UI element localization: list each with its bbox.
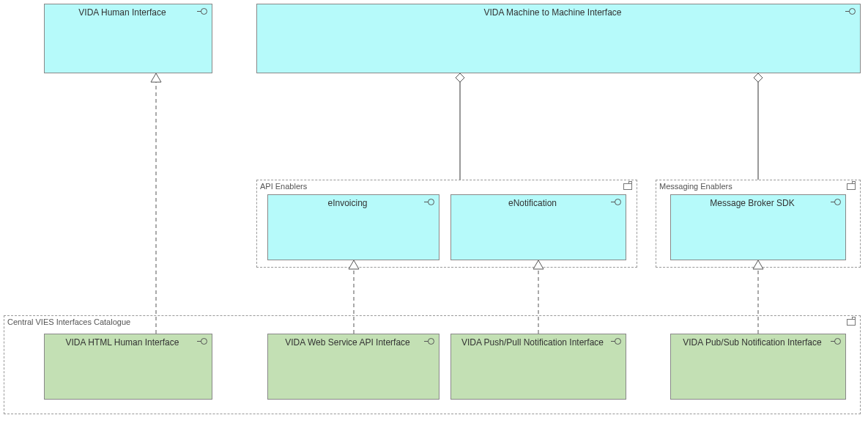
box-label: eInvoicing [272,198,423,208]
diagram-canvas: VIDA Human Interface VIDA Machine to Mac… [0,0,868,426]
box-label: eNotification [456,198,609,208]
interface-icon [611,338,621,345]
interface-icon [831,338,841,345]
interface-icon [424,199,434,206]
box-vida-html-human: VIDA HTML Human Interface [44,334,212,400]
box-vida-ws-api: VIDA Web Service API Interface [267,334,439,400]
box-einvoicing: eInvoicing [267,194,439,260]
box-label: VIDA Push/Pull Notification Interface [456,337,609,348]
interface-icon [611,199,621,206]
box-vida-pubsub: VIDA Pub/Sub Notification Interface [670,334,846,400]
box-label: VIDA Web Service API Interface [272,337,423,348]
group-label: API Enablers [260,182,622,191]
box-label: VIDA Pub/Sub Notification Interface [675,337,829,348]
interface-icon [197,338,207,345]
group-label: Messaging Enablers [659,182,845,191]
box-label: VIDA HTML Human Interface [49,337,196,348]
box-label: VIDA Human Interface [49,7,196,18]
folder-icon [623,183,632,190]
interface-icon [424,338,434,345]
group-label: Central VIES Interfaces Catalogue [7,317,845,326]
folder-icon [847,183,856,190]
box-label: Message Broker SDK [675,198,829,208]
interface-icon [197,8,207,15]
box-message-broker: Message Broker SDK [670,194,846,260]
box-enotification: eNotification [450,194,626,260]
box-vida-m2m-interface: VIDA Machine to Machine Interface [256,4,861,73]
folder-icon [847,319,856,326]
interface-icon [845,8,856,15]
interface-icon [831,199,841,206]
box-vida-human-interface: VIDA Human Interface [44,4,212,73]
box-vida-pushpull: VIDA Push/Pull Notification Interface [450,334,626,400]
box-label: VIDA Machine to Machine Interface [261,7,844,18]
